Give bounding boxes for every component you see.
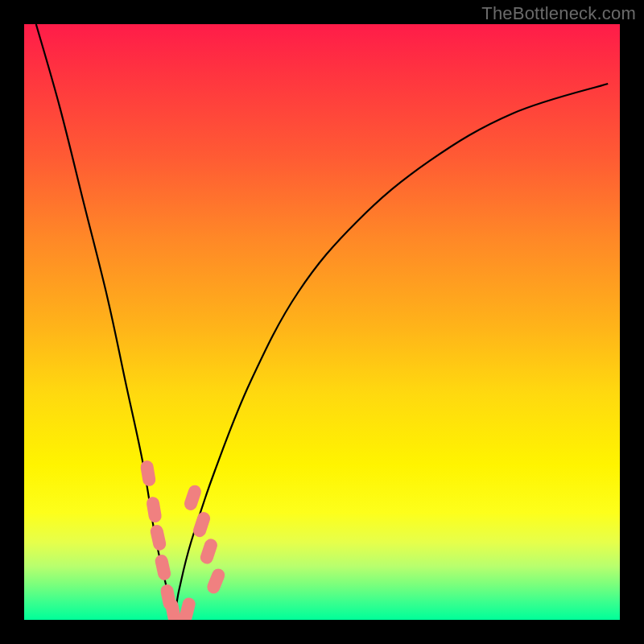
plot-svg <box>24 24 620 620</box>
bead-marker <box>178 597 196 620</box>
bead-marker <box>192 510 212 539</box>
chart-frame: TheBottleneck.com <box>0 0 644 644</box>
beads-group <box>139 460 226 620</box>
bead-marker <box>149 524 167 552</box>
bead-marker <box>199 537 219 565</box>
plot-area <box>24 24 620 620</box>
bottleneck-curve <box>36 24 608 620</box>
watermark-text: TheBottleneck.com <box>481 3 636 24</box>
curve-group <box>36 24 608 620</box>
bead-marker <box>205 567 227 596</box>
bead-marker <box>146 496 163 523</box>
bead-marker <box>183 484 203 512</box>
bead-marker <box>139 460 156 487</box>
bead-marker <box>154 554 172 582</box>
